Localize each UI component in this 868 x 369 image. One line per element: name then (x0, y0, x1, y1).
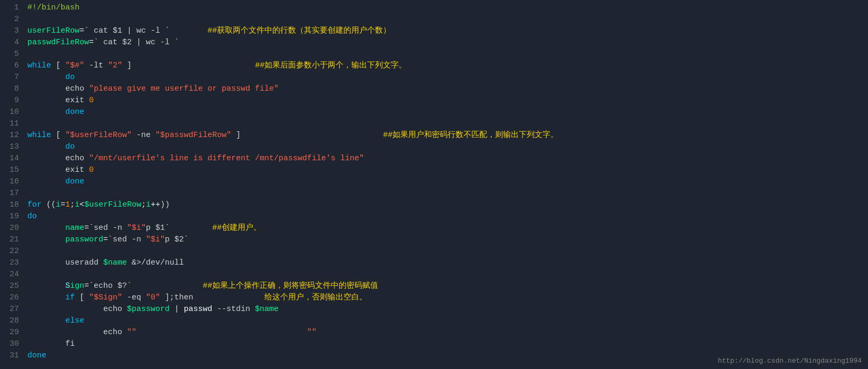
line-content-11 (27, 118, 864, 130)
line-content-23: useradd $name &>/dev/null (27, 257, 864, 269)
code-line-24: 24 (0, 269, 868, 280)
line-num-13: 13 (4, 141, 19, 153)
line-content-10: done (27, 106, 864, 118)
line-num-28: 28 (4, 315, 19, 327)
line-num-21: 21 (4, 234, 19, 246)
line-content-29: echo "" "" (27, 327, 864, 338)
line-content-7: do (27, 72, 864, 83)
code-line-4: 4 passwdFileRow=` cat $2 | wc -l ` (0, 37, 868, 48)
line-num-2: 2 (4, 14, 19, 25)
line-content-5 (27, 48, 864, 60)
code-line-5: 5 (0, 48, 868, 60)
line-content-19: do (27, 211, 864, 222)
line-content-22 (27, 246, 864, 257)
code-line-27: 27 echo $password | passwd --stdin $name (0, 304, 868, 315)
code-line-29: 29 echo "" "" (0, 327, 868, 338)
line-num-20: 20 (4, 222, 19, 234)
code-line-26: 26 if [ "$Sign" -eq "0" ];then 给这个用户，否则输… (0, 292, 868, 304)
code-line-25: 25 Sign=`echo $?` ##如果上个操作正确，则将密码文件中的密码赋… (0, 280, 868, 292)
line-num-24: 24 (4, 269, 19, 280)
line-content-14: echo "/mnt/userfile's line is different … (27, 153, 864, 164)
code-line-30: 30 fi (0, 338, 868, 350)
line-num-18: 18 (4, 199, 19, 211)
line-num-9: 9 (4, 95, 19, 106)
line-num-5: 5 (4, 48, 19, 60)
code-line-13: 13 do (0, 141, 868, 153)
code-line-1: 1 #!/bin/bash (0, 2, 868, 14)
line-num-22: 22 (4, 246, 19, 257)
code-line-9: 9 exit 0 (0, 95, 868, 106)
code-line-21: 21 password=`sed -n "$i"p $2` (0, 234, 868, 246)
line-num-17: 17 (4, 188, 19, 199)
line-content-27: echo $password | passwd --stdin $name (27, 304, 864, 315)
line-num-26: 26 (4, 292, 19, 304)
line-content-15: exit 0 (27, 164, 864, 176)
line-content-25: Sign=`echo $?` ##如果上个操作正确，则将密码文件中的密码赋值 (27, 280, 864, 292)
code-line-10: 10 done (0, 106, 868, 118)
line-num-25: 25 (4, 280, 19, 292)
code-line-8: 8 echo "please give me userfile or passw… (0, 83, 868, 95)
code-line-22: 22 (0, 246, 868, 257)
line-content-24 (27, 269, 864, 280)
line-content-9: exit 0 (27, 95, 864, 106)
code-line-14: 14 echo "/mnt/userfile's line is differe… (0, 153, 868, 164)
line-content-20: name=`sed -n "$i"p $1` ##创建用户。 (27, 222, 864, 234)
line-content-6: while [ "$#" -lt "2" ] ##如果后面参数小于两个，输出下列… (27, 60, 864, 72)
line-content-1: #!/bin/bash (27, 2, 864, 14)
line-content-30: fi (27, 338, 864, 350)
code-line-7: 7 do (0, 72, 868, 83)
line-num-7: 7 (4, 72, 19, 83)
line-content-12: while [ "$userFileRow" -ne "$passwdFileR… (27, 130, 864, 141)
line-content-26: if [ "$Sign" -eq "0" ];then 给这个用户，否则输出空白… (27, 292, 864, 304)
line-num-27: 27 (4, 304, 19, 315)
code-line-18: 18 for ((i=1;i<$userFileRow;i++)) (0, 199, 868, 211)
code-line-15: 15 exit 0 (0, 164, 868, 176)
line-num-10: 10 (4, 106, 19, 118)
line-num-15: 15 (4, 164, 19, 176)
line-content-17 (27, 188, 864, 199)
code-line-2: 2 (0, 14, 868, 25)
line-content-2 (27, 14, 864, 25)
code-block: 1 #!/bin/bash 2 3 userFileRow=` cat $1 |… (0, 0, 868, 369)
line-num-14: 14 (4, 153, 19, 164)
line-content-3: userFileRow=` cat $1 | wc -l ` ##获取两个文件中… (27, 25, 864, 37)
code-line-12: 12 while [ "$userFileRow" -ne "$passwdFi… (0, 130, 868, 141)
line-content-13: do (27, 141, 864, 153)
code-line-6: 6 while [ "$#" -lt "2" ] ##如果后面参数小于两个，输出… (0, 60, 868, 72)
code-line-16: 16 done (0, 176, 868, 188)
code-line-11: 11 (0, 118, 868, 130)
line-content-4: passwdFileRow=` cat $2 | wc -l ` (27, 37, 864, 48)
code-line-17: 17 (0, 188, 868, 199)
line-num-1: 1 (4, 2, 19, 14)
line-content-8: echo "please give me userfile or passwd … (27, 83, 864, 95)
line-num-4: 4 (4, 37, 19, 48)
line-num-12: 12 (4, 130, 19, 141)
code-line-20: 20 name=`sed -n "$i"p $1` ##创建用户。 (0, 222, 868, 234)
code-line-3: 3 userFileRow=` cat $1 | wc -l ` ##获取两个文… (0, 25, 868, 37)
code-line-19: 19 do (0, 211, 868, 222)
line-num-11: 11 (4, 118, 19, 130)
line-num-19: 19 (4, 211, 19, 222)
line-num-30: 30 (4, 338, 19, 350)
line-num-3: 3 (4, 25, 19, 37)
line-content-28: else (27, 315, 864, 327)
line-content-18: for ((i=1;i<$userFileRow;i++)) (27, 199, 864, 211)
line-num-6: 6 (4, 60, 19, 72)
line-num-23: 23 (4, 257, 19, 269)
line-num-16: 16 (4, 176, 19, 188)
code-line-23: 23 useradd $name &>/dev/null (0, 257, 868, 269)
line-content-16: done (27, 176, 864, 188)
watermark: http://blog.csdn.net/Ningdaxing1994 (718, 357, 862, 365)
line-content-21: password=`sed -n "$i"p $2` (27, 234, 864, 246)
code-line-28: 28 else (0, 315, 868, 327)
line-num-29: 29 (4, 327, 19, 338)
line-num-8: 8 (4, 83, 19, 95)
line-num-31: 31 (4, 350, 19, 362)
